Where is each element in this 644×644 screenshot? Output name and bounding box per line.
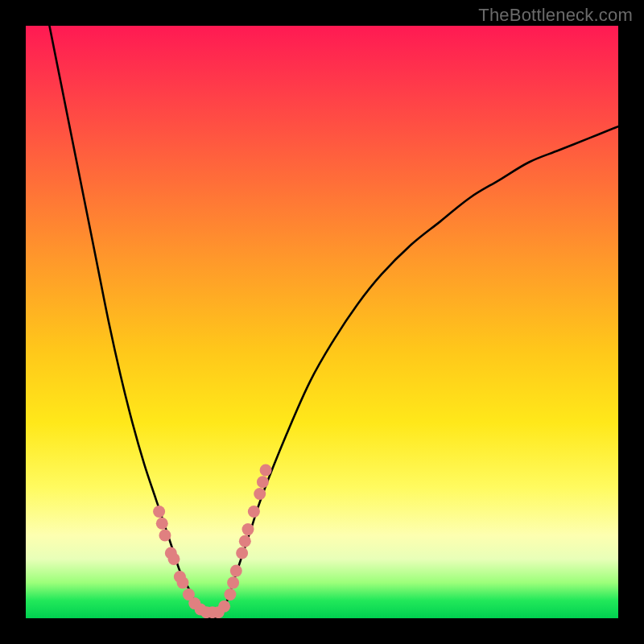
data-marker [168,553,180,565]
data-marker [156,518,168,530]
outer-frame: TheBottleneck.com [0,0,644,644]
data-marker [159,529,171,541]
data-marker [239,535,251,547]
data-marker [227,576,239,588]
data-marker [224,588,236,601]
curve-right-curve [221,126,618,613]
data-marker [254,488,266,500]
plot-area [26,26,618,618]
curve-left-curve [49,26,203,613]
curve-group [49,26,618,618]
chart-svg [26,26,618,618]
data-marker [248,506,260,518]
data-marker [236,547,248,559]
data-marker [242,523,254,535]
watermark-text: TheBottleneck.com [478,5,633,26]
data-marker [218,601,230,613]
data-marker [153,506,165,518]
data-marker [260,464,272,477]
data-marker [257,476,269,488]
data-marker [177,576,189,588]
data-marker [230,565,242,577]
